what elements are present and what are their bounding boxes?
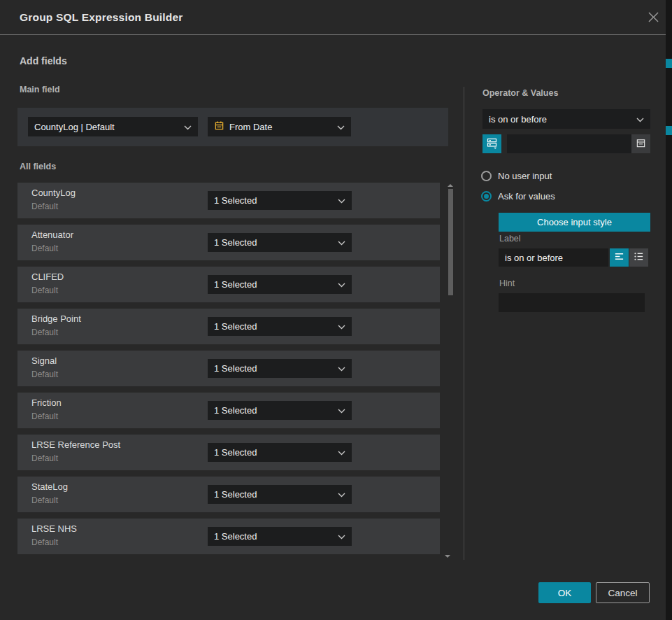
field-subtitle: Default [31, 202, 58, 211]
main-field-box: CountyLog | Default From Date [17, 108, 448, 146]
field-values-select-value: 1 Selected [214, 405, 333, 416]
hint-caption: Hint [499, 279, 515, 288]
chevron-down-icon [184, 122, 192, 132]
calendar-icon [636, 138, 646, 150]
chevron-down-icon [338, 531, 345, 542]
scroll-down-arrow[interactable] [445, 555, 450, 558]
layer-select[interactable]: CountyLog | Default [28, 117, 198, 136]
field-row: StateLog Default 1 Selected [17, 477, 440, 512]
chevron-down-icon [338, 237, 345, 248]
main-field-select-value: From Date [229, 122, 332, 132]
field-name: CLIFED [31, 272, 64, 282]
screen: Group SQL Expression Builder Add fields … [0, 0, 672, 620]
field-subtitle: Default [31, 244, 58, 253]
all-fields-label: All fields [20, 162, 56, 171]
main-field-label: Main field [20, 85, 60, 94]
chevron-down-icon [338, 489, 345, 500]
field-row: Signal Default 1 Selected [17, 351, 440, 386]
field-row: LRSE Reference Post Default 1 Selected [17, 435, 440, 470]
field-values-select-value: 1 Selected [214, 195, 333, 206]
underlying-accent-mark [666, 59, 672, 68]
chevron-down-icon [338, 321, 345, 332]
label-input[interactable] [499, 248, 608, 267]
scroll-up-arrow[interactable] [448, 184, 453, 187]
chevron-down-icon [338, 195, 345, 206]
operator-select[interactable]: is on or before [482, 109, 650, 129]
date-value-input[interactable] [507, 134, 631, 153]
group-sql-expression-builder-dialog: Group SQL Expression Builder Add fields … [0, 0, 666, 620]
field-name: LRSE Reference Post [31, 439, 120, 450]
field-values-select-value: 1 Selected [214, 489, 333, 500]
field-row: LRSE NHS Default 1 Selected [17, 519, 440, 554]
field-values-select-value: 1 Selected [214, 363, 333, 374]
field-subtitle: Default [31, 495, 58, 505]
field-values-select[interactable]: 1 Selected [208, 401, 352, 420]
choose-input-style-button[interactable]: Choose input style [499, 213, 650, 232]
stacked-rows-icon [486, 137, 498, 151]
field-name: Friction [31, 397, 62, 408]
field-row: CLIFED Default 1 Selected [17, 267, 440, 302]
field-values-select[interactable]: 1 Selected [208, 275, 352, 294]
value-input-group [507, 134, 650, 153]
field-values-select[interactable]: 1 Selected [208, 443, 352, 462]
radio-label: Ask for values [498, 191, 555, 202]
scrollbar-thumb[interactable] [448, 189, 453, 295]
field-values-select-value: 1 Selected [214, 447, 333, 458]
label-caption: Label [499, 234, 521, 244]
underlying-accent-mark [666, 126, 672, 135]
field-name: LRSE NHS [31, 523, 77, 534]
value-input-style-button[interactable] [482, 134, 501, 153]
chevron-down-icon [636, 114, 644, 125]
add-fields-heading: Add fields [20, 55, 67, 66]
field-values-select-value: 1 Selected [214, 279, 333, 290]
chevron-down-icon [337, 122, 345, 132]
field-values-select-value: 1 Selected [214, 321, 333, 332]
field-subtitle: Default [31, 369, 58, 379]
all-fields-list: CountyLog Default 1 Selected Attenuator … [17, 183, 440, 561]
field-row: CountyLog Default 1 Selected [17, 183, 440, 218]
ok-button[interactable]: OK [538, 582, 591, 603]
hint-input[interactable] [499, 293, 645, 312]
dialog-title: Group SQL Expression Builder [20, 0, 183, 35]
field-name: CountyLog [31, 188, 76, 198]
close-icon [647, 10, 660, 26]
field-name: Bridge Point [31, 313, 81, 324]
field-subtitle: Default [31, 327, 58, 337]
main-field-select[interactable]: From Date [208, 117, 351, 136]
chevron-down-icon [338, 363, 345, 374]
chevron-down-icon [338, 405, 345, 416]
radio-ask-for-values[interactable]: Ask for values [481, 191, 555, 202]
underlying-app-strip [666, 0, 672, 620]
field-name: Attenuator [31, 230, 73, 240]
field-row: Attenuator Default 1 Selected [17, 225, 440, 260]
cancel-button[interactable]: Cancel [596, 582, 650, 603]
field-values-select-value: 1 Selected [214, 531, 333, 542]
radio-circle-unselected [481, 171, 492, 181]
chevron-down-icon [338, 279, 345, 290]
close-button[interactable] [646, 10, 661, 25]
radio-circle-selected [481, 191, 492, 202]
layer-select-value: CountyLog | Default [34, 122, 179, 132]
align-left-icon [614, 251, 624, 264]
field-subtitle: Default [31, 286, 58, 295]
field-values-select[interactable]: 1 Selected [208, 317, 352, 336]
field-subtitle: Default [31, 537, 58, 547]
field-values-select[interactable]: 1 Selected [208, 191, 352, 210]
radio-no-user-input[interactable]: No user input [481, 171, 552, 181]
field-values-select[interactable]: 1 Selected [208, 485, 352, 504]
date-picker-button[interactable] [631, 134, 650, 153]
single-line-input-toggle[interactable] [610, 248, 629, 267]
operator-values-heading: Operator & Values [482, 88, 558, 98]
field-subtitle: Default [31, 411, 58, 421]
field-values-select[interactable]: 1 Selected [208, 233, 352, 252]
field-row: Friction Default 1 Selected [17, 393, 440, 428]
field-values-select-value: 1 Selected [214, 237, 333, 248]
field-name: Signal [31, 355, 57, 366]
radio-label: No user input [498, 171, 552, 181]
calendar-date-icon [214, 120, 224, 133]
field-row: Bridge Point Default 1 Selected [17, 309, 440, 344]
field-values-select[interactable]: 1 Selected [208, 527, 352, 546]
field-values-select[interactable]: 1 Selected [208, 359, 352, 378]
operator-select-value: is on or before [489, 114, 631, 125]
list-input-toggle[interactable] [629, 248, 648, 267]
